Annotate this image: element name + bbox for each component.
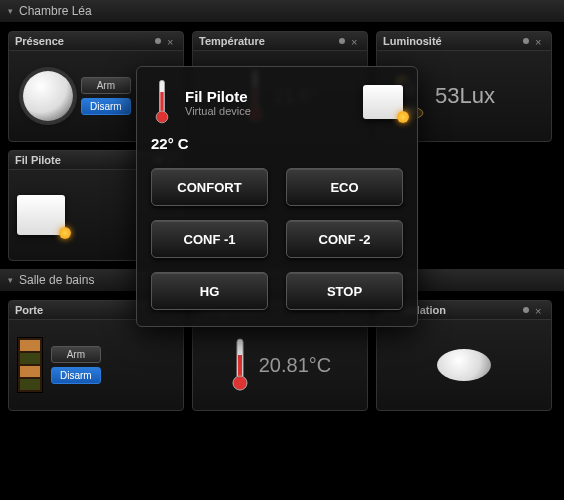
mode-eco-button[interactable]: ECO <box>286 168 403 206</box>
mode-conf-1-button[interactable]: CONF -1 <box>151 220 268 258</box>
mode-conf-2-button[interactable]: CONF -2 <box>286 220 403 258</box>
card-title: Présence <box>15 35 64 47</box>
presence-sensor-icon <box>23 71 73 121</box>
arm-button[interactable]: Arm <box>81 77 131 94</box>
heater-icon <box>17 195 65 235</box>
pin-icon[interactable] <box>153 36 163 46</box>
card-header: Température × <box>193 32 367 51</box>
thermometer-icon <box>151 77 173 127</box>
device-popup: Fil Pilote Virtual device 22° C CONFORT … <box>136 66 418 327</box>
section-title: Chambre Léa <box>19 4 92 18</box>
svg-point-1 <box>339 38 345 44</box>
pin-icon[interactable] <box>521 305 531 315</box>
svg-rect-18 <box>160 92 163 114</box>
svg-point-19 <box>156 111 168 123</box>
arm-button[interactable]: Arm <box>51 346 101 363</box>
svg-rect-14 <box>238 355 242 379</box>
close-icon[interactable]: × <box>351 36 361 46</box>
pin-icon[interactable] <box>521 36 531 46</box>
flood-sensor-icon <box>437 349 491 381</box>
chevron-down-icon: ▾ <box>8 6 13 16</box>
heater-icon <box>363 85 403 119</box>
temperature-value: 20.81°C <box>259 354 332 377</box>
card-title: Porte <box>15 304 43 316</box>
card-header: Présence × <box>9 32 183 51</box>
luminosity-value: 53Lux <box>435 83 495 109</box>
door-icon <box>17 337 43 393</box>
section-title: Salle de bains <box>19 273 94 287</box>
svg-point-15 <box>233 376 247 390</box>
card-title: Fil Pilote <box>15 154 61 166</box>
mode-confort-button[interactable]: CONFORT <box>151 168 268 206</box>
popup-subtitle: Virtual device <box>185 105 251 117</box>
card-title: Luminosité <box>383 35 442 47</box>
chevron-down-icon: ▾ <box>8 275 13 285</box>
mode-stop-button[interactable]: STOP <box>286 272 403 310</box>
disarm-button[interactable]: Disarm <box>81 98 131 115</box>
svg-point-0 <box>155 38 161 44</box>
popup-current-temp: 22° C <box>151 135 403 152</box>
card-header: Luminosité × <box>377 32 551 51</box>
section-header-chambre[interactable]: ▾ Chambre Léa <box>0 0 564 23</box>
mode-hg-button[interactable]: HG <box>151 272 268 310</box>
thermometer-icon <box>229 335 251 395</box>
close-icon[interactable]: × <box>535 36 545 46</box>
svg-point-5 <box>523 38 529 44</box>
popup-title: Fil Pilote <box>185 88 251 105</box>
svg-point-16 <box>523 307 529 313</box>
card-title: Température <box>199 35 265 47</box>
pin-icon[interactable] <box>337 36 347 46</box>
disarm-button[interactable]: Disarm <box>51 367 101 384</box>
close-icon[interactable]: × <box>167 36 177 46</box>
close-icon[interactable]: × <box>535 305 545 315</box>
